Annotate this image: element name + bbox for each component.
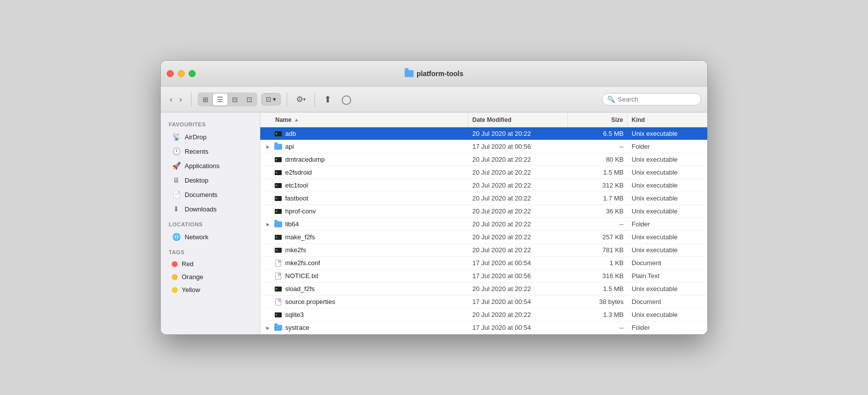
view-column-button[interactable]: ⊟	[228, 94, 242, 105]
table-row[interactable]: hprof-conv 20 Jul 2020 at 20:22 36 KB Un…	[260, 205, 707, 218]
file-name: source.properties	[285, 298, 335, 305]
sidebar-item-tag-yellow-label: Yellow	[182, 286, 200, 294]
file-icon	[274, 156, 282, 164]
file-kind: Unix executable	[628, 130, 707, 137]
search-box[interactable]: 🔍	[602, 93, 701, 105]
table-row[interactable]: adb 20 Jul 2020 at 20:22 6.5 MB Unix exe…	[260, 127, 707, 140]
doc-file-icon	[275, 273, 281, 280]
view-list-button[interactable]: ☰	[213, 94, 227, 105]
expand-arrow[interactable]: ▶	[264, 325, 271, 330]
table-row[interactable]: make_f2fs 20 Jul 2020 at 20:22 257 KB Un…	[260, 231, 707, 244]
table-row[interactable]: fastboot 20 Jul 2020 at 20:22 1.7 MB Uni…	[260, 192, 707, 205]
rocket-icon: 🚀	[172, 161, 181, 170]
maximize-button[interactable]	[189, 70, 196, 77]
file-name-cell: e2fsdroid	[260, 169, 468, 177]
file-name-cell: etc1tool	[260, 182, 468, 190]
terminal-file-icon	[275, 287, 282, 292]
file-name-cell: ▶ lib64	[260, 220, 468, 228]
file-size: 1.5 MB	[568, 169, 628, 176]
view-icon-button[interactable]: ⊞	[199, 94, 213, 105]
table-row[interactable]: mke2fs.conf 17 Jul 2020 at 00:54 1 KB Do…	[260, 257, 707, 270]
file-name-cell: source.properties	[260, 298, 468, 306]
file-icon	[274, 207, 282, 215]
search-input[interactable]	[618, 96, 696, 103]
file-date: 20 Jul 2020 at 20:22	[468, 220, 568, 228]
file-name: fastboot	[285, 195, 308, 202]
terminal-file-icon	[275, 196, 282, 201]
yellow-tag-dot	[172, 287, 178, 293]
file-size: 1.3 MB	[568, 311, 628, 318]
wifi-icon: 📡	[172, 132, 181, 141]
minimize-button[interactable]	[178, 70, 185, 77]
file-icon	[274, 130, 282, 138]
file-icon	[274, 298, 282, 306]
view-gallery-button[interactable]: ⊡	[242, 94, 256, 105]
file-icon	[274, 233, 282, 241]
header-kind-col[interactable]: Kind	[628, 112, 707, 127]
table-row[interactable]: e2fsdroid 20 Jul 2020 at 20:22 1.5 MB Un…	[260, 166, 707, 179]
tag-button[interactable]: ◯	[338, 92, 354, 107]
settings-chevron: ▾	[303, 97, 306, 102]
file-kind: Document	[628, 298, 707, 305]
file-date: 20 Jul 2020 at 20:22	[468, 233, 568, 241]
sidebar-item-tag-red[interactable]: Red	[164, 258, 257, 270]
sidebar-item-tag-yellow[interactable]: Yellow	[164, 284, 257, 296]
file-area: Name ▲ Date Modified Size Kind adb 20 Ju…	[260, 112, 707, 334]
close-button[interactable]	[167, 70, 174, 77]
table-row[interactable]: dmtracedump 20 Jul 2020 at 20:22 80 KB U…	[260, 153, 707, 166]
terminal-file-icon	[275, 209, 282, 214]
window-folder-icon	[405, 70, 414, 77]
file-date: 17 Jul 2020 at 00:56	[468, 272, 568, 280]
back-button[interactable]: ‹	[167, 93, 175, 106]
expand-arrow[interactable]: ▶	[264, 144, 271, 149]
header-date-col[interactable]: Date Modified	[468, 112, 568, 127]
forward-button[interactable]: ›	[176, 93, 185, 106]
folder-file-icon	[274, 221, 282, 227]
header-name-col[interactable]: Name ▲	[260, 112, 468, 127]
table-row[interactable]: sqlite3 20 Jul 2020 at 20:22 1.3 MB Unix…	[260, 308, 707, 321]
file-kind: Folder	[628, 324, 707, 331]
settings-button[interactable]: ⚙ ▾	[293, 93, 309, 106]
sidebar-item-tag-orange-label: Orange	[182, 273, 203, 281]
sidebar-item-desktop[interactable]: 🖥 Desktop	[164, 173, 257, 187]
sidebar-item-applications[interactable]: 🚀 Applications	[164, 159, 257, 173]
table-row[interactable]: source.properties 17 Jul 2020 at 00:54 3…	[260, 296, 707, 308]
window-title: platform-tools	[405, 70, 463, 78]
view-controls: ⊞ ☰ ⊟ ⊡	[198, 93, 257, 106]
sidebar-item-network[interactable]: 🌐 Network	[164, 230, 257, 244]
sidebar-item-documents[interactable]: 📄 Documents	[164, 188, 257, 201]
table-row[interactable]: mke2fs 20 Jul 2020 at 20:22 781 KB Unix …	[260, 244, 707, 257]
sidebar-item-recents[interactable]: 🕐 Recents	[164, 144, 257, 158]
sidebar-item-airdrop[interactable]: 📡 AirDrop	[164, 130, 257, 144]
table-row[interactable]: etc1tool 20 Jul 2020 at 20:22 312 KB Uni…	[260, 179, 707, 192]
table-row[interactable]: sload_f2fs 20 Jul 2020 at 20:22 1.5 MB U…	[260, 283, 707, 296]
nav-buttons: ‹ ›	[167, 93, 185, 106]
file-size: 312 KB	[568, 182, 628, 189]
file-name-cell: adb	[260, 130, 468, 138]
share-button[interactable]: ⬆	[321, 92, 334, 107]
table-row[interactable]: ▶ lib64 20 Jul 2020 at 20:22 -- Folder	[260, 218, 707, 231]
file-date: 17 Jul 2020 at 00:54	[468, 298, 568, 305]
sidebar-item-tag-orange[interactable]: Orange	[164, 271, 257, 283]
table-row[interactable]: ▶ systrace 17 Jul 2020 at 00:54 -- Folde…	[260, 321, 707, 334]
file-size: 781 KB	[568, 246, 628, 254]
table-row[interactable]: NOTICE.txt 17 Jul 2020 at 00:56 316 KB P…	[260, 270, 707, 283]
view-column-icon: ⊟	[232, 96, 238, 103]
sidebar-locations-label: Locations	[161, 216, 260, 229]
file-name: sqlite3	[285, 311, 304, 318]
expand-arrow[interactable]: ▶	[264, 222, 271, 227]
view-dropdown-button[interactable]: ⊡ ▾	[261, 93, 281, 105]
file-kind: Unix executable	[628, 311, 707, 318]
file-name: hprof-conv	[285, 207, 316, 215]
file-icon	[274, 259, 282, 267]
file-size: --	[568, 143, 628, 150]
file-size: 1 KB	[568, 259, 628, 267]
file-icon	[274, 324, 282, 332]
sidebar-item-downloads[interactable]: ⬇ Downloads	[164, 202, 257, 216]
file-kind: Folder	[628, 143, 707, 150]
header-size-col[interactable]: Size	[568, 112, 628, 127]
view-list-icon: ☰	[217, 96, 223, 103]
table-row[interactable]: ▶ api 17 Jul 2020 at 00:56 -- Folder	[260, 140, 707, 153]
terminal-file-icon	[275, 157, 282, 162]
file-date: 20 Jul 2020 at 20:22	[468, 156, 568, 163]
